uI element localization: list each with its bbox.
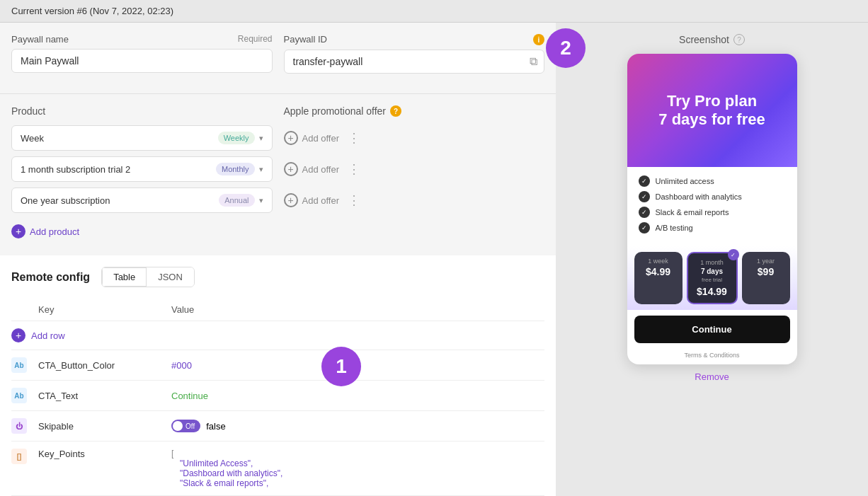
product-name-2: One year subscription bbox=[21, 195, 110, 206]
apple-offer-info-icon: ? bbox=[390, 105, 401, 117]
screenshot-label: Screenshot ? bbox=[679, 34, 745, 45]
type-icon-toggle: ⏻ bbox=[11, 418, 27, 434]
plan-price-0: $4.99 bbox=[639, 266, 678, 277]
add-offer-icon-0: + bbox=[284, 131, 298, 145]
add-product-label: Add product bbox=[30, 226, 79, 237]
key-key-points: Key_Points bbox=[38, 449, 166, 459]
paywall-id-input-wrapper: ⧉ bbox=[284, 50, 545, 74]
plan-label-2: 1 year bbox=[746, 258, 786, 265]
key-points-item-2: "Slack & email reports", bbox=[171, 478, 544, 488]
value-cta-text: Continue bbox=[171, 391, 544, 401]
product-select-1[interactable]: 1 month subscription trial 2 Monthly ▾ bbox=[11, 156, 273, 182]
plan-name-1: 7 days bbox=[692, 267, 732, 275]
badge-2: 2 bbox=[546, 28, 586, 68]
add-offer-btn-1[interactable]: + Add offer bbox=[284, 162, 340, 176]
apple-offer-label: Apple promotional offer ? bbox=[284, 105, 545, 117]
feature-item-1: ✓ Dashboard with analytics bbox=[639, 191, 786, 202]
feature-item-3: ✓ A/B testing bbox=[639, 222, 786, 233]
plan-label-1: 1 month bbox=[692, 259, 732, 266]
tab-group: Table JSON bbox=[101, 267, 195, 287]
plan-sub-1: free trial bbox=[692, 277, 732, 283]
table-row: [] Key_Points [ "Unlimited Access", "Das… bbox=[11, 442, 544, 496]
table-row: ⏻ Skipable Off false bbox=[11, 411, 544, 442]
badge-1: 1 bbox=[321, 347, 361, 386]
chevron-down-icon-0: ▾ bbox=[259, 134, 263, 143]
add-offer-btn-0[interactable]: + Add offer bbox=[284, 131, 340, 145]
paywall-id-input[interactable] bbox=[284, 50, 545, 74]
table-row: Ab CTA_Button_Color #000 bbox=[11, 350, 544, 381]
add-product-icon: + bbox=[11, 224, 25, 238]
phone-header: Try Pro plan 7 days for free bbox=[627, 54, 797, 167]
copy-icon[interactable]: ⧉ bbox=[530, 55, 537, 68]
left-panel: Paywall name Required Paywall ID i ⧉ bbox=[0, 23, 556, 496]
screenshot-help-icon: ? bbox=[733, 34, 745, 45]
key-cta-text: CTA_Text bbox=[38, 391, 166, 401]
product-left-1: 1 month subscription trial 2 Monthly ▾ bbox=[11, 156, 273, 182]
terms-conditions-link[interactable]: Terms & Conditions bbox=[627, 349, 797, 364]
paywall-name-input[interactable] bbox=[11, 49, 273, 73]
type-icon-ab-1: Ab bbox=[11, 388, 27, 403]
paywall-id-label: Paywall ID i bbox=[284, 34, 545, 45]
product-select-2[interactable]: One year subscription Annual ▾ bbox=[11, 188, 273, 213]
plan-card-0[interactable]: 1 week $4.99 bbox=[634, 252, 683, 304]
product-badge-2: Annual bbox=[219, 194, 254, 207]
paywall-id-info-icon: i bbox=[533, 34, 544, 45]
product-section: Product Apple promotional offer ? Week W… bbox=[0, 94, 556, 255]
key-points-item-0: "Unlimited Access", bbox=[171, 458, 544, 468]
date-text: (Nov 7, 2022, 02:23) bbox=[90, 6, 174, 16]
product-select-0[interactable]: Week Weekly ▾ bbox=[11, 125, 273, 151]
remote-config-title: Remote config bbox=[11, 271, 90, 284]
feature-item-0: ✓ Unlimited access bbox=[639, 175, 786, 187]
remote-config-section: Remote config Table JSON Key Value + Add… bbox=[0, 255, 556, 496]
add-row-button[interactable]: + Add row bbox=[11, 321, 544, 350]
tab-table[interactable]: Table bbox=[102, 267, 147, 287]
continue-button[interactable]: Continue bbox=[634, 316, 790, 343]
toggle-off-switch[interactable]: Off bbox=[171, 420, 200, 432]
product-row-1: 1 month subscription trial 2 Monthly ▾ +… bbox=[11, 156, 544, 182]
product-left-0: Week Weekly ▾ bbox=[11, 125, 273, 151]
right-panel: 2 Screenshot ? Try Pro plan 7 days for f… bbox=[556, 23, 868, 496]
add-product-button[interactable]: + Add product bbox=[11, 219, 544, 244]
plan-card-2[interactable]: 1 year $99 bbox=[742, 252, 790, 304]
phone-mockup: Try Pro plan 7 days for free ✓ Unlimited… bbox=[627, 54, 797, 364]
add-offer-btn-2[interactable]: + Add offer bbox=[284, 193, 340, 207]
chevron-down-icon-2: ▾ bbox=[259, 196, 263, 205]
toggle-dot bbox=[173, 421, 183, 431]
more-icon-0[interactable]: ⋮ bbox=[345, 130, 363, 146]
add-offer-icon-2: + bbox=[284, 193, 298, 207]
col-value-header: Value bbox=[171, 304, 544, 315]
version-text: Current version #6 bbox=[11, 6, 87, 16]
product-badge-1: Monthly bbox=[216, 163, 255, 175]
section-header: Product Apple promotional offer ? bbox=[11, 105, 544, 117]
plan-label-0: 1 week bbox=[639, 258, 678, 265]
remove-button[interactable]: Remove bbox=[695, 371, 729, 382]
product-name-1: 1 month subscription trial 2 bbox=[21, 164, 130, 175]
feature-item-2: ✓ Slack & email reports bbox=[639, 207, 786, 218]
toggle-off-label: Off bbox=[185, 422, 195, 430]
product-name-0: Week bbox=[21, 133, 44, 144]
product-right-1: + Add offer ⋮ bbox=[284, 161, 545, 177]
col-key-header: Key bbox=[38, 304, 166, 315]
chevron-down-icon-1: ▾ bbox=[259, 165, 263, 174]
required-tag: Required bbox=[238, 34, 273, 45]
product-badge-0: Weekly bbox=[218, 132, 255, 144]
plan-options: 1 week $4.99 ✓ 1 month 7 days free trial… bbox=[627, 246, 797, 310]
product-left-2: One year subscription Annual ▾ bbox=[11, 188, 273, 213]
add-row-icon: + bbox=[11, 328, 25, 342]
add-offer-icon-1: + bbox=[284, 162, 298, 176]
feature-check-3: ✓ bbox=[639, 222, 650, 233]
more-icon-2[interactable]: ⋮ bbox=[345, 192, 363, 208]
product-right-0: + Add offer ⋮ bbox=[284, 130, 545, 146]
more-icon-1[interactable]: ⋮ bbox=[345, 161, 363, 177]
product-label: Product bbox=[11, 105, 273, 117]
feature-check-2: ✓ bbox=[639, 207, 650, 218]
features-list: ✓ Unlimited access ✓ Dashboard with anal… bbox=[627, 167, 797, 246]
value-key-points: [ "Unlimited Access", "Dashboard with an… bbox=[171, 449, 544, 488]
tab-json[interactable]: JSON bbox=[147, 267, 194, 287]
phone-title: Try Pro plan 7 days for free bbox=[658, 92, 765, 129]
skipable-false-value: false bbox=[206, 421, 225, 432]
plan-card-1[interactable]: ✓ 1 month 7 days free trial $14.99 bbox=[687, 252, 738, 304]
top-bar: Current version #6 (Nov 7, 2022, 02:23) bbox=[0, 0, 868, 23]
type-icon-ab-0: Ab bbox=[11, 357, 27, 373]
feature-check-1: ✓ bbox=[639, 191, 650, 202]
